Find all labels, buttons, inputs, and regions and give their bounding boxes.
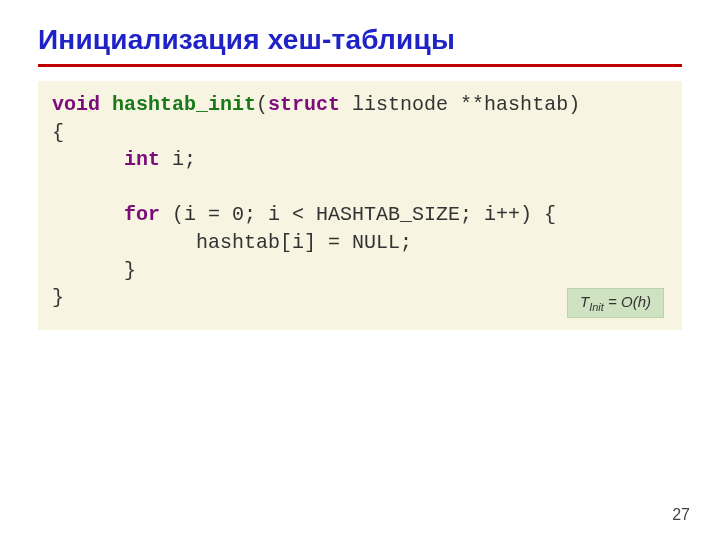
keyword-void: void — [52, 93, 100, 116]
keyword-for: for — [124, 203, 160, 226]
sig-rest: listnode **hashtab) — [340, 93, 580, 116]
complexity-badge: TInit = O(h) — [567, 288, 664, 318]
complexity-O: O — [621, 293, 633, 310]
sig-open: ( — [256, 93, 268, 116]
complexity-close: ) — [646, 293, 651, 310]
complexity-T: T — [580, 293, 589, 310]
page-number: 27 — [672, 506, 690, 524]
complexity-sub: Init — [589, 301, 604, 313]
brace-open: { — [52, 121, 64, 144]
assign-line: hashtab[i] = NULL; — [196, 231, 412, 254]
for-body: (i = 0; i < HASHTAB_SIZE; i++) { — [160, 203, 556, 226]
complexity-eq: = — [604, 293, 621, 310]
brace-close-inner: } — [52, 259, 136, 282]
indent — [52, 203, 124, 226]
slide-title: Инициализация хеш-таблицы — [38, 24, 682, 56]
title-underline — [38, 64, 682, 67]
complexity-h: h — [638, 293, 646, 310]
slide: Инициализация хеш-таблицы void hashtab_i… — [0, 0, 720, 540]
code-container: void hashtab_init(struct listnode **hash… — [38, 81, 682, 330]
function-name: hashtab_init — [112, 93, 256, 116]
indent — [52, 148, 124, 171]
indent2 — [52, 231, 196, 254]
decl-i: i; — [160, 148, 196, 171]
keyword-struct: struct — [268, 93, 340, 116]
keyword-int: int — [124, 148, 160, 171]
brace-close-outer: } — [52, 286, 64, 309]
